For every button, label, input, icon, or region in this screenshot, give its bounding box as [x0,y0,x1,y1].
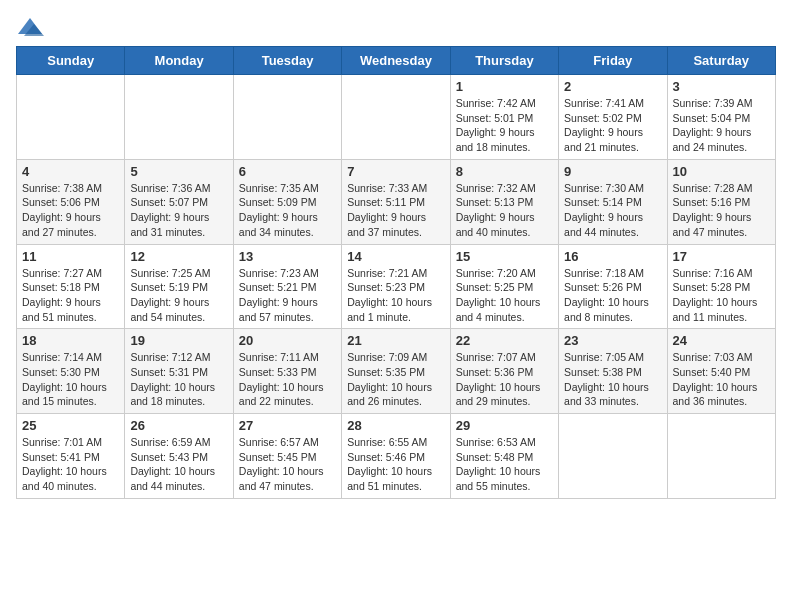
day-number: 15 [456,249,553,264]
calendar-cell: 28Sunrise: 6:55 AM Sunset: 5:46 PM Dayli… [342,414,450,499]
day-info: Sunrise: 7:20 AM Sunset: 5:25 PM Dayligh… [456,266,553,325]
day-info: Sunrise: 6:59 AM Sunset: 5:43 PM Dayligh… [130,435,227,494]
day-number: 11 [22,249,119,264]
calendar-cell [17,75,125,160]
day-info: Sunrise: 7:41 AM Sunset: 5:02 PM Dayligh… [564,96,661,155]
day-info: Sunrise: 7:14 AM Sunset: 5:30 PM Dayligh… [22,350,119,409]
calendar-cell [667,414,775,499]
calendar-cell: 3Sunrise: 7:39 AM Sunset: 5:04 PM Daylig… [667,75,775,160]
day-number: 24 [673,333,770,348]
day-info: Sunrise: 7:39 AM Sunset: 5:04 PM Dayligh… [673,96,770,155]
day-info: Sunrise: 7:30 AM Sunset: 5:14 PM Dayligh… [564,181,661,240]
logo-icon [16,16,44,38]
day-number: 19 [130,333,227,348]
calendar-cell: 11Sunrise: 7:27 AM Sunset: 5:18 PM Dayli… [17,244,125,329]
weekday-header: Tuesday [233,47,341,75]
day-number: 25 [22,418,119,433]
calendar-cell: 23Sunrise: 7:05 AM Sunset: 5:38 PM Dayli… [559,329,667,414]
calendar-week-row: 25Sunrise: 7:01 AM Sunset: 5:41 PM Dayli… [17,414,776,499]
day-info: Sunrise: 7:38 AM Sunset: 5:06 PM Dayligh… [22,181,119,240]
day-number: 8 [456,164,553,179]
logo [16,16,48,38]
day-info: Sunrise: 7:05 AM Sunset: 5:38 PM Dayligh… [564,350,661,409]
day-number: 5 [130,164,227,179]
weekday-row: SundayMondayTuesdayWednesdayThursdayFrid… [17,47,776,75]
day-number: 29 [456,418,553,433]
day-number: 20 [239,333,336,348]
day-number: 2 [564,79,661,94]
day-info: Sunrise: 6:57 AM Sunset: 5:45 PM Dayligh… [239,435,336,494]
calendar-cell: 13Sunrise: 7:23 AM Sunset: 5:21 PM Dayli… [233,244,341,329]
day-info: Sunrise: 6:53 AM Sunset: 5:48 PM Dayligh… [456,435,553,494]
calendar-week-row: 1Sunrise: 7:42 AM Sunset: 5:01 PM Daylig… [17,75,776,160]
calendar-week-row: 4Sunrise: 7:38 AM Sunset: 5:06 PM Daylig… [17,159,776,244]
day-number: 10 [673,164,770,179]
weekday-header: Monday [125,47,233,75]
day-number: 7 [347,164,444,179]
day-info: Sunrise: 7:27 AM Sunset: 5:18 PM Dayligh… [22,266,119,325]
calendar-cell: 15Sunrise: 7:20 AM Sunset: 5:25 PM Dayli… [450,244,558,329]
calendar-header: SundayMondayTuesdayWednesdayThursdayFrid… [17,47,776,75]
calendar-cell: 2Sunrise: 7:41 AM Sunset: 5:02 PM Daylig… [559,75,667,160]
day-info: Sunrise: 7:07 AM Sunset: 5:36 PM Dayligh… [456,350,553,409]
calendar-cell: 21Sunrise: 7:09 AM Sunset: 5:35 PM Dayli… [342,329,450,414]
calendar-cell: 10Sunrise: 7:28 AM Sunset: 5:16 PM Dayli… [667,159,775,244]
calendar-cell [559,414,667,499]
calendar-cell: 6Sunrise: 7:35 AM Sunset: 5:09 PM Daylig… [233,159,341,244]
day-info: Sunrise: 7:21 AM Sunset: 5:23 PM Dayligh… [347,266,444,325]
day-number: 26 [130,418,227,433]
calendar-cell: 20Sunrise: 7:11 AM Sunset: 5:33 PM Dayli… [233,329,341,414]
calendar-cell: 12Sunrise: 7:25 AM Sunset: 5:19 PM Dayli… [125,244,233,329]
weekday-header: Sunday [17,47,125,75]
calendar-cell: 14Sunrise: 7:21 AM Sunset: 5:23 PM Dayli… [342,244,450,329]
calendar-cell: 25Sunrise: 7:01 AM Sunset: 5:41 PM Dayli… [17,414,125,499]
day-number: 28 [347,418,444,433]
calendar-cell: 27Sunrise: 6:57 AM Sunset: 5:45 PM Dayli… [233,414,341,499]
day-info: Sunrise: 7:09 AM Sunset: 5:35 PM Dayligh… [347,350,444,409]
weekday-header: Wednesday [342,47,450,75]
day-number: 16 [564,249,661,264]
calendar-body: 1Sunrise: 7:42 AM Sunset: 5:01 PM Daylig… [17,75,776,499]
calendar-cell: 9Sunrise: 7:30 AM Sunset: 5:14 PM Daylig… [559,159,667,244]
day-number: 13 [239,249,336,264]
day-number: 1 [456,79,553,94]
day-info: Sunrise: 7:36 AM Sunset: 5:07 PM Dayligh… [130,181,227,240]
day-number: 23 [564,333,661,348]
calendar-cell: 5Sunrise: 7:36 AM Sunset: 5:07 PM Daylig… [125,159,233,244]
day-number: 17 [673,249,770,264]
day-info: Sunrise: 7:03 AM Sunset: 5:40 PM Dayligh… [673,350,770,409]
day-info: Sunrise: 7:11 AM Sunset: 5:33 PM Dayligh… [239,350,336,409]
day-info: Sunrise: 7:33 AM Sunset: 5:11 PM Dayligh… [347,181,444,240]
day-number: 22 [456,333,553,348]
calendar-cell: 16Sunrise: 7:18 AM Sunset: 5:26 PM Dayli… [559,244,667,329]
calendar-cell: 29Sunrise: 6:53 AM Sunset: 5:48 PM Dayli… [450,414,558,499]
weekday-header: Friday [559,47,667,75]
weekday-header: Saturday [667,47,775,75]
day-info: Sunrise: 7:18 AM Sunset: 5:26 PM Dayligh… [564,266,661,325]
day-number: 4 [22,164,119,179]
calendar-cell: 17Sunrise: 7:16 AM Sunset: 5:28 PM Dayli… [667,244,775,329]
day-number: 6 [239,164,336,179]
calendar-cell: 8Sunrise: 7:32 AM Sunset: 5:13 PM Daylig… [450,159,558,244]
calendar-cell [342,75,450,160]
day-info: Sunrise: 7:23 AM Sunset: 5:21 PM Dayligh… [239,266,336,325]
calendar-cell: 26Sunrise: 6:59 AM Sunset: 5:43 PM Dayli… [125,414,233,499]
day-number: 21 [347,333,444,348]
weekday-header: Thursday [450,47,558,75]
day-info: Sunrise: 7:32 AM Sunset: 5:13 PM Dayligh… [456,181,553,240]
day-number: 27 [239,418,336,433]
day-info: Sunrise: 7:25 AM Sunset: 5:19 PM Dayligh… [130,266,227,325]
day-info: Sunrise: 7:16 AM Sunset: 5:28 PM Dayligh… [673,266,770,325]
day-number: 14 [347,249,444,264]
calendar: SundayMondayTuesdayWednesdayThursdayFrid… [16,46,776,499]
day-number: 3 [673,79,770,94]
calendar-week-row: 18Sunrise: 7:14 AM Sunset: 5:30 PM Dayli… [17,329,776,414]
calendar-cell: 1Sunrise: 7:42 AM Sunset: 5:01 PM Daylig… [450,75,558,160]
day-info: Sunrise: 7:42 AM Sunset: 5:01 PM Dayligh… [456,96,553,155]
calendar-cell [125,75,233,160]
day-number: 12 [130,249,227,264]
calendar-cell: 4Sunrise: 7:38 AM Sunset: 5:06 PM Daylig… [17,159,125,244]
day-info: Sunrise: 7:01 AM Sunset: 5:41 PM Dayligh… [22,435,119,494]
day-number: 9 [564,164,661,179]
calendar-week-row: 11Sunrise: 7:27 AM Sunset: 5:18 PM Dayli… [17,244,776,329]
